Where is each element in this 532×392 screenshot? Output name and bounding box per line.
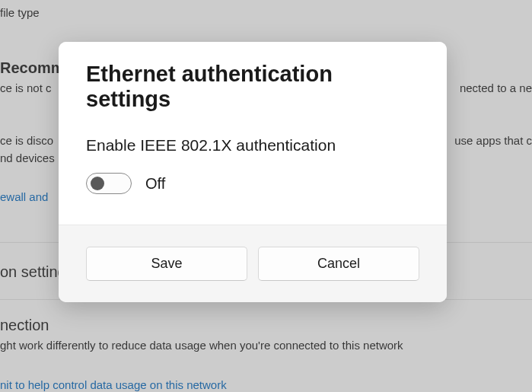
- dialog-footer: Save Cancel: [59, 225, 447, 302]
- ethernet-auth-dialog: Ethernet authentication settings Enable …: [59, 42, 447, 302]
- dialog-title: Ethernet authentication settings: [86, 62, 419, 112]
- save-button[interactable]: Save: [86, 247, 247, 281]
- ieee-8021x-toggle[interactable]: [86, 173, 132, 194]
- cancel-button[interactable]: Cancel: [258, 247, 419, 281]
- toggle-knob: [91, 177, 104, 190]
- toggle-row: Off: [86, 173, 419, 194]
- dialog-body: Ethernet authentication settings Enable …: [59, 42, 447, 225]
- toggle-state-label: Off: [145, 175, 165, 193]
- ieee-8021x-label: Enable IEEE 802.1X authentication: [86, 136, 419, 155]
